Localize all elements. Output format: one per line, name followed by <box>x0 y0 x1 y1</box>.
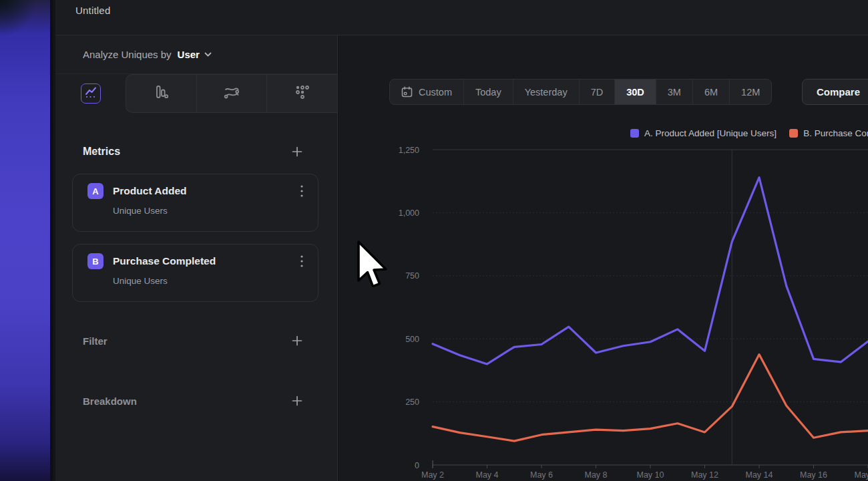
filter-title: Filter <box>83 335 107 347</box>
metric-badge-b: B <box>87 253 103 269</box>
svg-text:250: 250 <box>405 397 419 407</box>
svg-text:May 18: May 18 <box>855 470 868 480</box>
svg-text:750: 750 <box>405 271 419 281</box>
kebab-menu-icon[interactable] <box>299 184 304 198</box>
svg-text:May 12: May 12 <box>691 470 718 480</box>
tab-bar-chart[interactable] <box>126 75 197 112</box>
analyze-by-row: Analyze Uniques by User <box>55 35 337 74</box>
svg-text:May 14: May 14 <box>746 470 773 480</box>
svg-text:0: 0 <box>415 461 419 470</box>
breakdown-header: Breakdown <box>83 391 305 411</box>
add-metric-button[interactable] <box>289 144 305 160</box>
line-chart-icon <box>84 86 97 102</box>
breakdown-title: Breakdown <box>83 395 137 407</box>
chevron-down-icon <box>204 52 212 57</box>
svg-text:1,250: 1,250 <box>399 146 419 155</box>
metric-card-a[interactable]: A Product Added Unique Users <box>72 174 318 232</box>
metric-card-b[interactable]: B Purchase Completed Unique Users <box>72 244 318 302</box>
chart-type-tabs <box>55 74 337 113</box>
config-sidebar: Analyze Uniques by User <box>55 35 338 481</box>
analyze-by-dropdown[interactable]: User <box>178 49 212 60</box>
flow-chart-icon <box>223 84 240 103</box>
analyze-by-value: User <box>178 49 200 60</box>
top-bar: Untitled <box>55 0 868 35</box>
analyze-by-label: Analyze Uniques by <box>83 49 172 60</box>
document-title[interactable]: Untitled <box>75 5 110 16</box>
series-line-b <box>433 355 868 442</box>
chart-panel: Custom Today Yesterday 7D 30D 3M 6M 12M … <box>339 35 868 481</box>
svg-text:May 4: May 4 <box>475 470 498 480</box>
line-chart: 02505007501,0001,250May 2May 4May 6May 8… <box>339 35 868 481</box>
svg-text:May 2: May 2 <box>421 470 444 480</box>
tab-flow-chart[interactable] <box>197 75 268 112</box>
left-decorative-strip <box>0 0 53 481</box>
metric-name: Purchase Completed <box>113 255 299 267</box>
metrics-header: Metrics <box>83 142 305 162</box>
metric-badge-a: A <box>87 183 103 199</box>
series-line-a <box>433 178 868 364</box>
svg-text:500: 500 <box>405 335 419 344</box>
svg-text:May 10: May 10 <box>637 470 664 480</box>
metric-name: Product Added <box>113 185 299 197</box>
kebab-menu-icon[interactable] <box>299 254 304 269</box>
svg-text:May 6: May 6 <box>530 470 553 480</box>
add-breakdown-button[interactable] <box>289 393 305 409</box>
bar-chart-icon <box>153 84 169 103</box>
svg-text:May 16: May 16 <box>800 470 827 480</box>
metric-measure: Unique Users <box>113 276 304 286</box>
add-filter-button[interactable] <box>289 333 305 349</box>
filter-header: Filter <box>83 331 305 351</box>
metrics-title: Metrics <box>83 146 120 158</box>
svg-text:1,000: 1,000 <box>399 208 419 218</box>
tab-line-chart[interactable] <box>81 84 101 104</box>
grid-dots-icon <box>294 84 310 103</box>
tab-grid-dots[interactable] <box>267 75 337 112</box>
metric-measure: Unique Users <box>113 206 304 216</box>
app-window: { "window": { "title": "Untitled" }, "si… <box>0 0 868 481</box>
svg-text:May 8: May 8 <box>584 470 607 480</box>
chart-type-tab-group <box>126 74 337 113</box>
